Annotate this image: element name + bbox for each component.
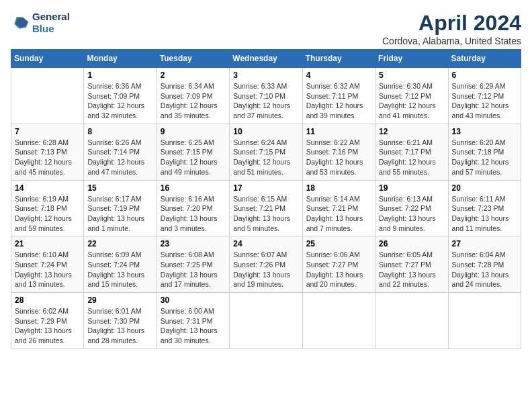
col-header-monday: Monday <box>84 50 157 68</box>
day-cell: 15Sunrise: 6:17 AMSunset: 7:19 PMDayligh… <box>84 180 157 236</box>
logo-text: General Blue <box>32 11 70 35</box>
day-cell <box>230 293 302 349</box>
day-cell: 20Sunrise: 6:11 AMSunset: 7:23 PMDayligh… <box>448 180 521 236</box>
day-number: 8 <box>87 127 152 136</box>
day-number: 28 <box>15 295 80 305</box>
day-cell: 21Sunrise: 6:10 AMSunset: 7:24 PMDayligh… <box>11 236 84 293</box>
day-cell: 29Sunrise: 6:01 AMSunset: 7:30 PMDayligh… <box>84 293 157 349</box>
day-number: 16 <box>161 183 226 193</box>
day-info: Sunrise: 6:07 AMSunset: 7:26 PMDaylight:… <box>233 250 298 289</box>
day-cell: 27Sunrise: 6:04 AMSunset: 7:28 PMDayligh… <box>448 236 521 293</box>
day-info: Sunrise: 6:32 AMSunset: 7:11 PMDaylight:… <box>306 81 371 121</box>
day-number: 11 <box>306 127 371 136</box>
day-number: 13 <box>452 127 517 136</box>
day-cell <box>448 293 521 349</box>
day-info: Sunrise: 6:30 AMSunset: 7:12 PMDaylight:… <box>379 81 444 121</box>
day-info: Sunrise: 6:17 AMSunset: 7:19 PMDaylight:… <box>87 194 152 234</box>
month-title: April 2024 <box>382 11 521 36</box>
day-cell: 4Sunrise: 6:32 AMSunset: 7:11 PMDaylight… <box>302 68 375 124</box>
day-cell: 13Sunrise: 6:20 AMSunset: 7:18 PMDayligh… <box>448 124 521 180</box>
day-cell <box>11 68 84 124</box>
day-number: 9 <box>161 127 226 136</box>
day-cell: 24Sunrise: 6:07 AMSunset: 7:26 PMDayligh… <box>230 236 302 293</box>
day-info: Sunrise: 6:00 AMSunset: 7:31 PMDaylight:… <box>161 306 226 346</box>
day-number: 10 <box>233 127 298 136</box>
day-number: 18 <box>306 183 371 193</box>
day-info: Sunrise: 6:08 AMSunset: 7:25 PMDaylight:… <box>161 250 226 289</box>
day-number: 21 <box>15 239 80 248</box>
day-info: Sunrise: 6:26 AMSunset: 7:14 PMDaylight:… <box>87 138 152 177</box>
day-number: 4 <box>306 71 371 80</box>
day-number: 7 <box>15 127 80 136</box>
day-cell: 1Sunrise: 6:36 AMSunset: 7:09 PMDaylight… <box>84 68 157 124</box>
logo-icon <box>11 13 30 32</box>
day-cell: 8Sunrise: 6:26 AMSunset: 7:14 PMDaylight… <box>84 124 157 180</box>
day-number: 12 <box>379 127 444 136</box>
day-number: 15 <box>87 183 152 193</box>
day-info: Sunrise: 6:14 AMSunset: 7:21 PMDaylight:… <box>306 194 371 234</box>
day-cell: 7Sunrise: 6:28 AMSunset: 7:13 PMDaylight… <box>11 124 84 180</box>
day-number: 22 <box>87 239 152 248</box>
day-cell: 12Sunrise: 6:21 AMSunset: 7:17 PMDayligh… <box>375 124 448 180</box>
week-row-2: 7Sunrise: 6:28 AMSunset: 7:13 PMDaylight… <box>11 124 521 180</box>
day-info: Sunrise: 6:24 AMSunset: 7:15 PMDaylight:… <box>233 138 298 177</box>
day-info: Sunrise: 6:25 AMSunset: 7:15 PMDaylight:… <box>161 138 226 177</box>
day-number: 5 <box>379 71 444 80</box>
day-number: 23 <box>161 239 226 248</box>
day-cell: 11Sunrise: 6:22 AMSunset: 7:16 PMDayligh… <box>302 124 375 180</box>
day-cell: 10Sunrise: 6:24 AMSunset: 7:15 PMDayligh… <box>230 124 302 180</box>
day-info: Sunrise: 6:10 AMSunset: 7:24 PMDaylight:… <box>15 250 80 289</box>
day-cell: 16Sunrise: 6:16 AMSunset: 7:20 PMDayligh… <box>157 180 229 236</box>
col-header-thursday: Thursday <box>302 50 375 68</box>
day-info: Sunrise: 6:20 AMSunset: 7:18 PMDaylight:… <box>452 138 517 177</box>
day-info: Sunrise: 6:09 AMSunset: 7:24 PMDaylight:… <box>87 250 152 289</box>
day-number: 25 <box>306 239 371 248</box>
day-number: 2 <box>161 71 226 80</box>
day-cell: 14Sunrise: 6:19 AMSunset: 7:18 PMDayligh… <box>11 180 84 236</box>
day-cell: 23Sunrise: 6:08 AMSunset: 7:25 PMDayligh… <box>157 236 229 293</box>
day-number: 30 <box>161 295 226 305</box>
page-header: General Blue April 2024 Cordova, Alabama… <box>11 11 521 46</box>
day-number: 29 <box>87 295 152 305</box>
day-cell: 2Sunrise: 6:34 AMSunset: 7:09 PMDaylight… <box>157 68 229 124</box>
day-info: Sunrise: 6:04 AMSunset: 7:28 PMDaylight:… <box>452 250 517 289</box>
day-info: Sunrise: 6:36 AMSunset: 7:09 PMDaylight:… <box>87 81 152 121</box>
day-info: Sunrise: 6:29 AMSunset: 7:12 PMDaylight:… <box>452 81 517 121</box>
week-row-4: 21Sunrise: 6:10 AMSunset: 7:24 PMDayligh… <box>11 236 521 293</box>
day-info: Sunrise: 6:19 AMSunset: 7:18 PMDaylight:… <box>15 194 80 234</box>
day-info: Sunrise: 6:06 AMSunset: 7:27 PMDaylight:… <box>306 250 371 289</box>
day-cell: 9Sunrise: 6:25 AMSunset: 7:15 PMDaylight… <box>157 124 229 180</box>
day-number: 3 <box>233 71 298 80</box>
col-header-wednesday: Wednesday <box>230 50 302 68</box>
calendar-table: SundayMondayTuesdayWednesdayThursdayFrid… <box>11 49 521 349</box>
day-cell: 28Sunrise: 6:02 AMSunset: 7:29 PMDayligh… <box>11 293 84 349</box>
logo: General Blue <box>11 11 70 35</box>
day-cell: 26Sunrise: 6:05 AMSunset: 7:27 PMDayligh… <box>375 236 448 293</box>
day-cell: 30Sunrise: 6:00 AMSunset: 7:31 PMDayligh… <box>157 293 229 349</box>
col-header-friday: Friday <box>375 50 448 68</box>
col-header-tuesday: Tuesday <box>157 50 229 68</box>
day-info: Sunrise: 6:02 AMSunset: 7:29 PMDaylight:… <box>15 306 80 346</box>
day-info: Sunrise: 6:15 AMSunset: 7:21 PMDaylight:… <box>233 194 298 234</box>
day-number: 27 <box>452 239 517 248</box>
day-cell: 6Sunrise: 6:29 AMSunset: 7:12 PMDaylight… <box>448 68 521 124</box>
day-cell: 25Sunrise: 6:06 AMSunset: 7:27 PMDayligh… <box>302 236 375 293</box>
day-number: 24 <box>233 239 298 248</box>
day-cell <box>302 293 375 349</box>
calendar-header-row: SundayMondayTuesdayWednesdayThursdayFrid… <box>11 50 521 68</box>
day-info: Sunrise: 6:28 AMSunset: 7:13 PMDaylight:… <box>15 138 80 177</box>
day-info: Sunrise: 6:22 AMSunset: 7:16 PMDaylight:… <box>306 138 371 177</box>
day-cell <box>375 293 448 349</box>
day-info: Sunrise: 6:33 AMSunset: 7:10 PMDaylight:… <box>233 81 298 121</box>
day-number: 20 <box>452 183 517 193</box>
week-row-1: 1Sunrise: 6:36 AMSunset: 7:09 PMDaylight… <box>11 68 521 124</box>
day-info: Sunrise: 6:16 AMSunset: 7:20 PMDaylight:… <box>161 194 226 234</box>
day-number: 1 <box>87 71 152 80</box>
day-number: 26 <box>379 239 444 248</box>
day-info: Sunrise: 6:21 AMSunset: 7:17 PMDaylight:… <box>379 138 444 177</box>
day-number: 14 <box>15 183 80 193</box>
day-cell: 22Sunrise: 6:09 AMSunset: 7:24 PMDayligh… <box>84 236 157 293</box>
location: Cordova, Alabama, United States <box>382 36 521 46</box>
day-number: 6 <box>452 71 517 80</box>
week-row-5: 28Sunrise: 6:02 AMSunset: 7:29 PMDayligh… <box>11 293 521 349</box>
